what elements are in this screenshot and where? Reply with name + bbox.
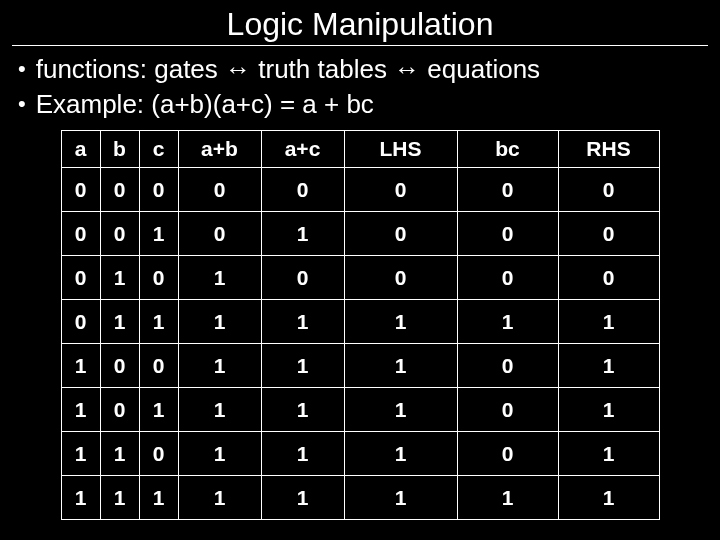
bullet-list: • functions: gates ↔ truth tables ↔ equa… [14,52,706,122]
table-row: 10011101 [61,344,659,388]
table-cell: 1 [261,388,344,432]
table-cell: 0 [457,432,558,476]
table-cell: 1 [61,432,100,476]
table-cell: 1 [344,476,457,520]
table-cell: 1 [100,432,139,476]
bullet-item: • Example: (a+b)(a+c) = a + bc [14,87,706,122]
table-cell: 1 [139,212,178,256]
table-cell: 1 [558,476,659,520]
table-cell: 1 [457,300,558,344]
bullet-item: • functions: gates ↔ truth tables ↔ equa… [14,52,706,87]
col-header: LHS [344,131,457,168]
table-cell: 1 [100,256,139,300]
table-cell: 1 [178,388,261,432]
bullet-text: functions: gates ↔ truth tables ↔ equati… [36,52,540,87]
table-cell: 1 [100,300,139,344]
col-header: a+c [261,131,344,168]
table-cell: 1 [261,212,344,256]
table-cell: 1 [261,300,344,344]
table-cell: 0 [61,212,100,256]
bullet-dot: • [18,87,26,120]
table-cell: 1 [61,344,100,388]
table-row: 01010000 [61,256,659,300]
table-cell: 0 [100,344,139,388]
table-cell: 0 [61,168,100,212]
table-cell: 1 [61,388,100,432]
table-cell: 0 [558,168,659,212]
table-row: 00000000 [61,168,659,212]
table-row: 00101000 [61,212,659,256]
table-cell: 0 [558,256,659,300]
col-header: c [139,131,178,168]
annotation-overlay [0,520,720,540]
truth-table: a b c a+b a+c LHS bc RHS 000000000010100… [61,130,660,520]
table-cell: 0 [178,212,261,256]
table-header-row: a b c a+b a+c LHS bc RHS [61,131,659,168]
table-cell: 1 [344,300,457,344]
table-cell: 1 [178,476,261,520]
table-cell: 0 [457,212,558,256]
table-cell: 0 [457,388,558,432]
table-cell: 1 [178,300,261,344]
table-cell: 0 [139,168,178,212]
table-cell: 1 [558,344,659,388]
table-cell: 0 [139,344,178,388]
table-cell: 1 [139,300,178,344]
table-cell: 1 [344,344,457,388]
bullet-dot: • [18,52,26,85]
table-cell: 1 [558,432,659,476]
table-cell: 1 [558,388,659,432]
bullet-text: Example: (a+b)(a+c) = a + bc [36,87,374,122]
table-cell: 0 [139,432,178,476]
col-header: RHS [558,131,659,168]
table-cell: 0 [100,212,139,256]
table-cell: 1 [344,432,457,476]
table-cell: 0 [100,388,139,432]
col-header: bc [457,131,558,168]
col-header: a+b [178,131,261,168]
table-cell: 1 [61,476,100,520]
table-cell: 1 [261,432,344,476]
table-cell: 0 [457,256,558,300]
table-cell: 1 [261,476,344,520]
table-cell: 0 [344,256,457,300]
table-cell: 1 [261,344,344,388]
table-cell: 0 [178,168,261,212]
table-cell: 1 [139,476,178,520]
table-cell: 0 [100,168,139,212]
table-cell: 0 [344,212,457,256]
table-cell: 0 [61,256,100,300]
table-row: 11111111 [61,476,659,520]
slide-title: Logic Manipulation [12,0,708,46]
table-cell: 0 [558,212,659,256]
col-header: b [100,131,139,168]
table-cell: 1 [178,344,261,388]
table-cell: 1 [344,388,457,432]
table-cell: 1 [457,476,558,520]
table-cell: 0 [457,168,558,212]
table-cell: 0 [139,256,178,300]
table-cell: 0 [457,344,558,388]
table-row: 01111111 [61,300,659,344]
table-row: 10111101 [61,388,659,432]
col-header: a [61,131,100,168]
table-cell: 0 [61,300,100,344]
table-cell: 1 [558,300,659,344]
table-cell: 1 [139,388,178,432]
table-row: 11011101 [61,432,659,476]
table-cell: 0 [344,168,457,212]
table-cell: 1 [100,476,139,520]
table-cell: 1 [178,256,261,300]
table-cell: 0 [261,256,344,300]
table-cell: 1 [178,432,261,476]
table-cell: 0 [261,168,344,212]
